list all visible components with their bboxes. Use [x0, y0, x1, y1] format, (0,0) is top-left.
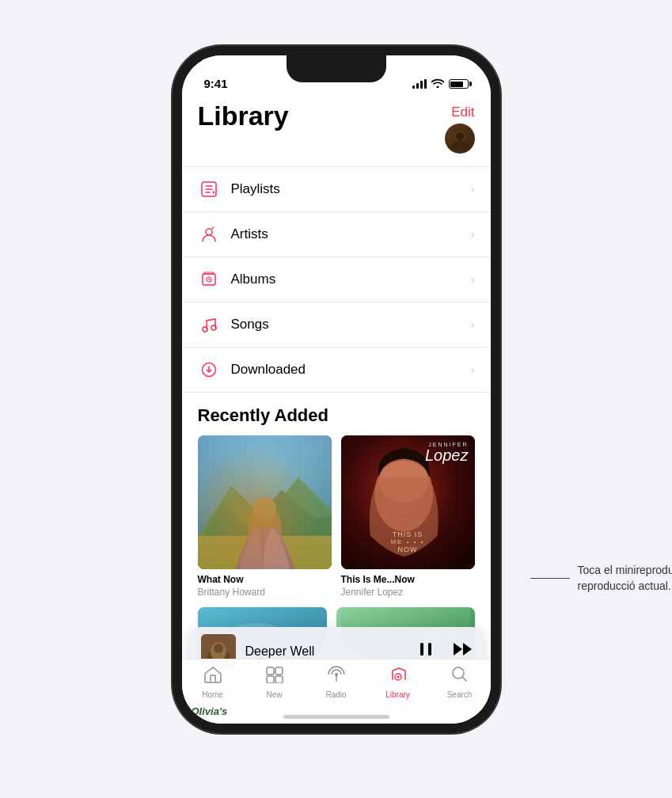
album-title-this-is-me-now: This Is Me...Now [341, 574, 475, 585]
main-content: Library Edit [182, 95, 491, 724]
tab-library[interactable]: Library [367, 666, 429, 699]
tab-new-label: New [266, 690, 282, 699]
album-card-this-is-me-now[interactable]: JENNIFER Lopez THIS IS ME • • • NOW T [341, 435, 475, 598]
status-time: 9:41 [204, 77, 228, 90]
jlo-this-is-me-text: THIS IS ME • • • NOW [341, 530, 475, 553]
svg-marker-13 [198, 490, 332, 569]
svg-rect-31 [267, 676, 274, 683]
menu-item-albums[interactable]: Albums › [182, 257, 491, 302]
edit-button[interactable]: Edit [451, 101, 474, 120]
songs-label: Songs [231, 317, 471, 332]
svg-point-3 [206, 229, 212, 235]
svg-rect-30 [275, 667, 283, 674]
songs-chevron: › [471, 318, 475, 331]
notch [287, 55, 386, 82]
recently-added-section: Recently Added [182, 393, 491, 598]
tab-new[interactable]: New [244, 666, 306, 699]
page-title: Library [198, 101, 289, 131]
svg-point-7 [208, 279, 210, 280]
mini-player-title: Deeper Well [245, 644, 416, 659]
svg-rect-29 [267, 667, 274, 674]
search-icon [451, 666, 469, 688]
tab-search-label: Search [447, 690, 473, 699]
songs-icon [198, 314, 220, 336]
callout: Toca el minireproductor per obrir la pan… [530, 562, 673, 595]
artists-label: Artists [231, 226, 471, 242]
album-art-what-now [198, 435, 332, 569]
artists-chevron: › [471, 228, 475, 241]
status-icons [412, 78, 469, 90]
playlists-icon [198, 178, 220, 200]
album-art-this-is-me-now: JENNIFER Lopez THIS IS ME • • • NOW [341, 435, 475, 569]
album-artist-this-is-me-now: Jennifer Lopez [341, 587, 475, 598]
artists-icon [198, 223, 220, 245]
svg-rect-11 [198, 435, 332, 569]
tab-home[interactable]: Home [182, 666, 244, 699]
library-header: Library Edit [182, 95, 491, 154]
svg-point-1 [456, 132, 464, 140]
menu-item-artists[interactable]: Artists › [182, 212, 491, 257]
album-card-what-now[interactable]: What Now Brittany Howard [198, 435, 332, 598]
downloaded-label: Downloaded [231, 362, 471, 378]
album-title-what-now: What Now [198, 574, 332, 585]
album-artist-what-now: Brittany Howard [198, 587, 332, 598]
svg-rect-14 [198, 536, 332, 569]
home-icon [203, 666, 222, 688]
albums-label: Albums [231, 272, 471, 287]
svg-rect-32 [275, 676, 283, 683]
svg-point-34 [397, 676, 399, 678]
svg-point-16 [252, 497, 276, 521]
playlists-chevron: › [471, 183, 475, 196]
svg-rect-28 [428, 643, 431, 656]
tab-search[interactable]: Search [429, 666, 491, 699]
tab-radio[interactable]: Radio [306, 666, 367, 699]
battery-icon [449, 79, 469, 89]
user-avatar[interactable] [445, 124, 475, 154]
menu-item-playlists[interactable]: Playlists › [182, 166, 491, 212]
library-menu: Playlists › Artists › [182, 166, 491, 393]
tab-bar: Home New [182, 659, 491, 724]
signal-icon [412, 79, 427, 89]
menu-item-downloaded[interactable]: Downloaded › [182, 348, 491, 393]
section-title: Recently Added [198, 405, 475, 426]
svg-marker-12 [198, 477, 332, 569]
tab-radio-label: Radio [325, 690, 346, 699]
svg-point-15 [248, 507, 281, 549]
tab-home-label: Home [202, 690, 223, 699]
callout-text: Toca el minireproductor per obrir la pan… [578, 562, 673, 595]
callout-line [530, 578, 570, 579]
downloaded-chevron: › [471, 363, 475, 376]
albums-icon [198, 268, 220, 291]
radio-icon [326, 666, 347, 688]
svg-rect-5 [204, 272, 214, 274]
albums-chevron: › [471, 273, 475, 286]
wifi-icon [431, 78, 444, 90]
phone-frame: 9:41 [182, 55, 491, 724]
jlo-lopez-text: Lopez [425, 447, 469, 463]
menu-item-songs[interactable]: Songs › [182, 302, 491, 348]
home-indicator [283, 715, 389, 719]
svg-point-26 [214, 644, 223, 653]
albums-grid: What Now Brittany Howard [198, 435, 475, 598]
tab-library-label: Library [385, 690, 410, 699]
new-icon [265, 666, 284, 688]
downloaded-icon [198, 359, 220, 381]
svg-rect-27 [420, 643, 423, 656]
library-icon [389, 666, 408, 688]
playlists-label: Playlists [231, 181, 471, 197]
